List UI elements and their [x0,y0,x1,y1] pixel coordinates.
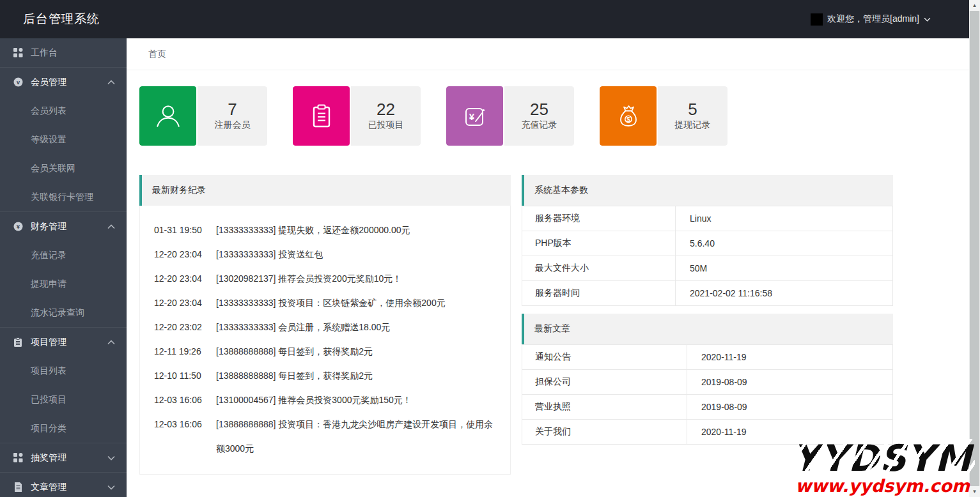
member-icon: v [13,77,23,88]
sidebar-item-label: 抽奖管理 [31,452,107,464]
lottery-icon [13,453,23,463]
svg-text:v: v [16,79,19,86]
sidebar-item-member-list[interactable]: 会员列表 [0,96,127,125]
watermark: YYDSYM www.yydsym.com [793,440,972,496]
app-title: 后台管理系统 [0,11,100,27]
table-row: 服务器时间2021-02-02 11:16:58 [522,281,893,306]
sidebar-item-finance-management[interactable]: ¥ 财务管理 [0,212,127,241]
finance-records-panel: 最新财务纪录 01-31 19:50[13333333333] 提现失败，返还金… [139,175,511,475]
chevron-up-icon [107,224,115,229]
panel-title: 系统基本参数 [534,185,588,196]
vertical-scrollbar[interactable]: ▲ ▼ [969,0,980,497]
stat-card-registered-members[interactable]: 7 注册会员 [139,86,267,146]
table-row: 担保公司2019-08-09 [522,370,893,395]
sidebar-item-label: 工作台 [31,47,115,59]
svg-text:¥: ¥ [16,223,20,230]
sidebar-item-article-management[interactable]: 文章管理 [0,473,127,497]
sidebar-item-bank-card-management[interactable]: 关联银行卡管理 [0,183,127,211]
sidebar-item-label: 财务管理 [31,221,107,233]
user-menu[interactable]: 欢迎您，管理员[admin] [811,13,969,26]
sidebar-item-withdraw-requests[interactable]: 提现申请 [0,270,127,298]
user-icon [139,86,196,146]
sidebar-item-label: 项目管理 [31,337,107,348]
stat-value: 5 [688,101,697,118]
chevron-up-icon [107,340,115,345]
recharge-icon: ¥ [446,86,503,146]
sidebar-item-transaction-query[interactable]: 流水记录查询 [0,298,127,327]
scroll-up-icon[interactable]: ▲ [969,0,980,11]
finance-icon: ¥ [13,222,23,232]
breadcrumb: 首页 [127,38,969,70]
breadcrumb-current[interactable]: 首页 [148,49,166,60]
chevron-down-icon [107,455,115,461]
project-icon [13,337,23,348]
record-row: 12-03 16:06[13888888888] 投资项目：香港九龙尖沙咀房产建… [154,412,499,461]
stat-value: 25 [530,101,548,118]
record-row: 12-20 23:04[13020982137] 推荐会员投资200元奖励10元… [154,266,499,291]
record-row: 12-10 11:50[13888888888] 每日签到，获得奖励2元 [154,363,499,388]
record-row: 01-31 19:50[13333333333] 提现失败，返还金额200000… [154,218,499,242]
finance-records-list: 01-31 19:50[13333333333] 提现失败，返还金额200000… [139,206,511,475]
table-row: 服务器环境Linux [522,206,893,231]
sidebar-item-member-management[interactable]: v 会员管理 [0,68,127,96]
clipboard-icon [293,86,350,146]
sidebar-item-workbench[interactable]: 工作台 [0,38,127,67]
top-header: 后台管理系统 欢迎您，管理员[admin] [0,0,969,38]
record-row: 12-20 23:04[13333333333] 投资送红包 [154,242,499,266]
panel-title: 最新财务纪录 [152,185,206,196]
sidebar-item-project-management[interactable]: 项目管理 [0,328,127,356]
stat-value: 7 [228,101,237,118]
table-row: 营业执照2019-08-09 [522,395,893,420]
avatar [811,13,823,26]
sidebar-item-project-list[interactable]: 项目列表 [0,356,127,385]
sidebar: 工作台 v 会员管理 会员列表 等级设置 会员关联网 关联银行卡管理 ¥ 财务管… [0,38,127,497]
sidebar-item-member-network[interactable]: 会员关联网 [0,154,127,183]
stat-label: 注册会员 [215,119,251,131]
stat-label: 已投项目 [368,119,404,131]
sidebar-item-label: 会员管理 [31,77,107,88]
latest-articles-panel: 最新文章 通知公告2020-11-19 担保公司2019-08-09 营业执照2… [522,314,893,445]
sidebar-item-lottery-management[interactable]: 抽奖管理 [0,443,127,472]
chevron-down-icon [107,485,115,490]
watermark-logo: YYDSYM [793,440,972,477]
record-row: 12-20 23:04[13333333333] 投资项目：区块链紫金矿，使用余… [154,291,499,315]
svg-text:¥: ¥ [469,111,474,122]
main-area: 首页 7 注册会员 22 已投项目 [127,38,969,497]
latest-articles-table: 通知公告2020-11-19 担保公司2019-08-09 营业执照2019-0… [522,344,893,445]
panel-header: 最新财务纪录 [139,175,511,206]
record-row: 12-03 16:06[13100004567] 推荐会员投资3000元奖励15… [154,388,499,412]
system-params-table: 服务器环境Linux PHP版本5.6.40 最大文件大小50M 服务器时间20… [522,206,893,306]
stat-cards-row: 7 注册会员 22 已投项目 ¥ 25 充值记录 [139,86,969,146]
record-row: 12-11 19:26[13888888888] 每日签到，获得奖励2元 [154,339,499,363]
stat-card-invested-projects[interactable]: 22 已投项目 [293,86,421,146]
scrollbar-thumb[interactable] [970,11,979,486]
moneybag-icon: $ [600,86,657,146]
svg-text:$: $ [626,116,630,123]
dashboard-icon [13,48,23,58]
sidebar-item-level-settings[interactable]: 等级设置 [0,125,127,154]
stat-card-recharge-records[interactable]: ¥ 25 充值记录 [446,86,574,146]
panel-header: 最新文章 [522,314,893,344]
sidebar-item-invested-projects[interactable]: 已投项目 [0,385,127,414]
table-row: 通知公告2020-11-19 [522,345,893,370]
welcome-text: 欢迎您，管理员[admin] [827,13,919,25]
panel-header: 系统基本参数 [522,175,893,206]
table-row: PHP版本5.6.40 [522,231,893,256]
stat-value: 22 [377,101,395,118]
stat-label: 提现记录 [675,119,711,131]
chevron-down-icon [924,17,931,22]
record-row: 12-20 23:02[13333333333] 会员注册，系统赠送18.00元 [154,315,499,339]
sidebar-item-recharge-records[interactable]: 充值记录 [0,241,127,270]
system-params-panel: 系统基本参数 服务器环境Linux PHP版本5.6.40 最大文件大小50M … [522,175,893,306]
sidebar-item-label: 文章管理 [31,482,107,493]
stat-card-withdraw-records[interactable]: $ 5 提现记录 [600,86,727,146]
sidebar-item-project-categories[interactable]: 项目分类 [0,414,127,443]
table-row: 最大文件大小50M [522,256,893,281]
stat-label: 充值记录 [522,119,557,131]
panel-title: 最新文章 [534,323,570,335]
watermark-url: www.yydsym.com [793,477,972,496]
article-icon [13,482,23,493]
chevron-up-icon [107,80,115,85]
